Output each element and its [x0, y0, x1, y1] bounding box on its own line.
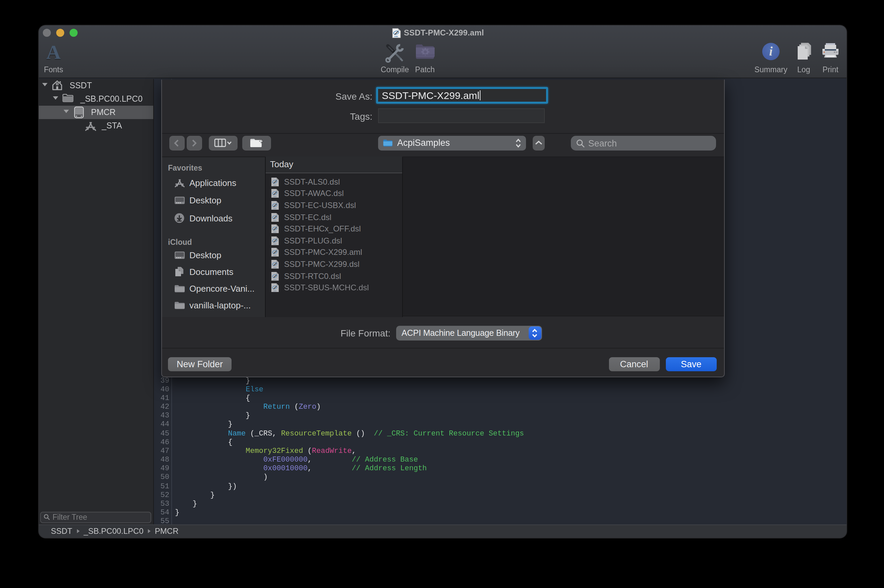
svg-text:AML: AML [394, 36, 398, 38]
